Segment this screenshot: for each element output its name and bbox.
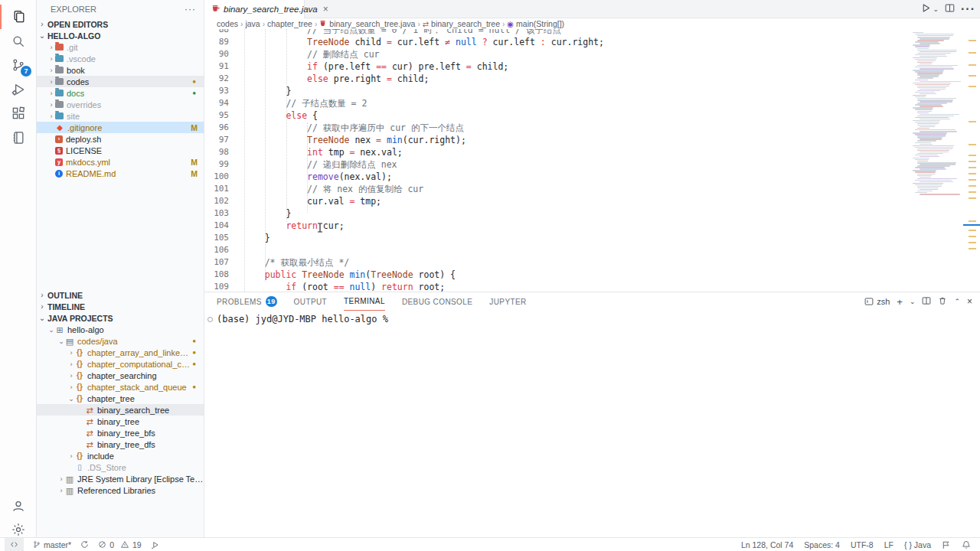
file-tree-item[interactable]: ›deploy.sh bbox=[37, 133, 204, 145]
line-number: 93 bbox=[204, 85, 229, 97]
terminal-prompt[interactable]: (base) jyd@JYD-MBP hello-algo % bbox=[217, 314, 388, 324]
line-number: 104 bbox=[204, 220, 229, 232]
terminal-picker[interactable]: zsh bbox=[864, 297, 890, 306]
activity-item-source-control[interactable]: 7 bbox=[0, 53, 37, 77]
views-more-actions-icon[interactable]: ··· bbox=[185, 4, 196, 15]
java-tree-item[interactable]: ⇄binary_tree_dfs bbox=[37, 439, 204, 450]
java-tree-item[interactable]: ⇄binary_tree bbox=[37, 416, 204, 427]
problems-item[interactable]: 0 19 bbox=[98, 540, 142, 549]
status-eol[interactable]: LF bbox=[884, 540, 893, 549]
java-tree-item[interactable]: ⌄{}chapter_tree bbox=[37, 393, 204, 404]
java-tree-item[interactable]: ›{}chapter_searching bbox=[37, 370, 204, 381]
file-tree-item[interactable]: ›.vscode bbox=[37, 53, 204, 64]
line-number: 95 bbox=[204, 109, 229, 122]
java-tree-item[interactable]: ›▥Referenced Libraries bbox=[37, 484, 204, 496]
kill-terminal-button[interactable] bbox=[938, 296, 947, 307]
warning-marker bbox=[969, 248, 976, 249]
breadcrumb-item[interactable]: java bbox=[245, 19, 260, 28]
panel-tab-problems[interactable]: PROBLEMS19 bbox=[217, 292, 277, 311]
tab-binary-search-tree[interactable]: binary_search_tree.java × bbox=[204, 0, 305, 18]
java-tree-item[interactable]: ▯.DS_Store bbox=[37, 461, 204, 473]
code-editor[interactable]: 8889909192939495969798991001011021031041… bbox=[204, 29, 980, 292]
java-tree-item[interactable]: ›{}chapter_stack_and_queue● bbox=[37, 381, 204, 393]
panel-tab-output[interactable]: OUTPUT bbox=[294, 292, 328, 311]
status-indentation[interactable]: Spaces: 4 bbox=[804, 540, 840, 549]
panel-tab-jupyter[interactable]: JUPYTER bbox=[489, 292, 526, 311]
breadcrumb-item[interactable]: codes bbox=[217, 19, 238, 28]
license-file-icon: § bbox=[55, 147, 63, 155]
file-tree-item[interactable]: iREADME.mdM bbox=[37, 168, 204, 179]
breadcrumb-label: chapter_tree bbox=[267, 19, 312, 28]
feedback-icon[interactable] bbox=[942, 540, 951, 549]
java-tree-item[interactable]: ⌄⊞hello-algo bbox=[37, 324, 204, 335]
activity-item-notebook[interactable] bbox=[0, 126, 37, 150]
project-root-section[interactable]: ⌄ HELLO-ALGO bbox=[37, 30, 204, 41]
minimap-line bbox=[917, 87, 946, 88]
file-tree-item[interactable]: ◆.gitignoreM bbox=[37, 122, 204, 133]
minimap[interactable] bbox=[911, 29, 963, 292]
open-editors-section[interactable]: › OPEN EDITORS bbox=[37, 18, 204, 30]
file-tree-item[interactable]: ›.git bbox=[37, 41, 204, 53]
panel-actions: zsh + ⌄ ⌃ × bbox=[864, 292, 972, 311]
file-tree-item[interactable]: ›site bbox=[37, 110, 204, 122]
file-label: README.md bbox=[66, 169, 116, 178]
chevron-icon: › bbox=[67, 372, 75, 380]
activity-item-search[interactable] bbox=[0, 29, 37, 54]
java-tree-item[interactable]: ⇄binary_tree_bfs bbox=[37, 427, 204, 439]
panel-tab-debug-console[interactable]: DEBUG CONSOLE bbox=[402, 292, 472, 311]
maximize-panel-icon[interactable]: ⌃ bbox=[954, 298, 960, 305]
activity-item-run-and-debug[interactable] bbox=[0, 77, 37, 102]
outline-section[interactable]: › OUTLINE bbox=[37, 289, 204, 301]
breadcrumb-item[interactable]: chapter_tree bbox=[267, 19, 312, 28]
file-tree-item[interactable]: ymkdocs.ymlM bbox=[37, 156, 204, 168]
java-projects-section[interactable]: ⌄ JAVA PROJECTS bbox=[37, 312, 204, 324]
minimap-line bbox=[915, 180, 952, 181]
java-tree-item[interactable]: ⌄▤codes/java● bbox=[37, 335, 204, 347]
git-change-dot: ● bbox=[192, 349, 196, 356]
timeline-section[interactable]: › TIMELINE bbox=[37, 301, 204, 312]
minimap-line bbox=[917, 112, 929, 113]
activity-item-extensions[interactable] bbox=[0, 101, 37, 126]
java-tree-item[interactable]: ⇄binary_search_tree bbox=[37, 404, 204, 416]
new-terminal-button[interactable]: + bbox=[897, 296, 903, 308]
status-encoding[interactable]: UTF-8 bbox=[851, 540, 874, 549]
minimap-line bbox=[917, 116, 954, 116]
git-modified-badge: M bbox=[191, 158, 198, 167]
java-tree-item[interactable]: ›▥JRE System Library [Eclipse Temurin 17… bbox=[37, 473, 204, 484]
run-button[interactable] bbox=[921, 2, 931, 16]
file-tree-item[interactable]: ›codes● bbox=[37, 76, 204, 87]
breadcrumb-item[interactable]: ⇄binary_search_tree bbox=[423, 19, 500, 28]
panel-tab-terminal[interactable]: TERMINAL bbox=[344, 292, 385, 311]
status-cursor-position[interactable]: Ln 128, Col 74 bbox=[741, 540, 793, 549]
java-tree-item[interactable]: ›{}chapter_array_and_linkedlist● bbox=[37, 347, 204, 358]
status-language-mode[interactable]: { } Java bbox=[904, 540, 931, 549]
java-item-label: chapter_searching bbox=[87, 371, 157, 380]
minimap-line bbox=[915, 54, 946, 55]
code-line: // 删除结点 cur bbox=[243, 48, 380, 60]
notifications-bell-icon[interactable] bbox=[962, 540, 971, 549]
tab-close-icon[interactable]: × bbox=[323, 4, 328, 15]
activity-item-settings[interactable] bbox=[0, 517, 37, 542]
file-tree-item[interactable]: ›book bbox=[37, 64, 204, 76]
breadcrumb-item[interactable]: binary_search_tree.java bbox=[319, 19, 415, 28]
terminal-dropdown-icon[interactable]: ⌄ bbox=[910, 298, 916, 305]
split-terminal-button[interactable] bbox=[922, 296, 931, 307]
file-tree-item[interactable]: §LICENSE bbox=[37, 145, 204, 156]
class-icon: ⇄ bbox=[85, 406, 94, 414]
sync-button[interactable] bbox=[80, 540, 89, 549]
more-actions-button[interactable]: ··· bbox=[961, 2, 975, 16]
git-branch-item[interactable]: master* bbox=[33, 540, 71, 549]
split-editor-button[interactable] bbox=[945, 2, 955, 16]
breadcrumb-item[interactable]: ◉main(String[]) bbox=[507, 19, 564, 28]
file-tree-item[interactable]: ›overrides bbox=[37, 99, 204, 110]
java-tree-item[interactable]: ›{}chapter_computational_complexity● bbox=[37, 358, 204, 370]
debug-launch-item[interactable] bbox=[151, 540, 160, 549]
activity-item-account[interactable] bbox=[0, 494, 37, 518]
problems-badge: 19 bbox=[266, 296, 277, 307]
java-tree-item[interactable]: ›{}include bbox=[37, 450, 204, 461]
run-dropdown-icon[interactable]: ⌄ bbox=[933, 5, 939, 13]
close-panel-icon[interactable]: × bbox=[967, 296, 972, 307]
activity-item-explorer[interactable] bbox=[0, 5, 37, 29]
file-tree-item[interactable]: ›docs● bbox=[37, 87, 204, 99]
bottom-panel: PROBLEMS19OUTPUTTERMINALDEBUG CONSOLEJUP… bbox=[204, 292, 980, 537]
